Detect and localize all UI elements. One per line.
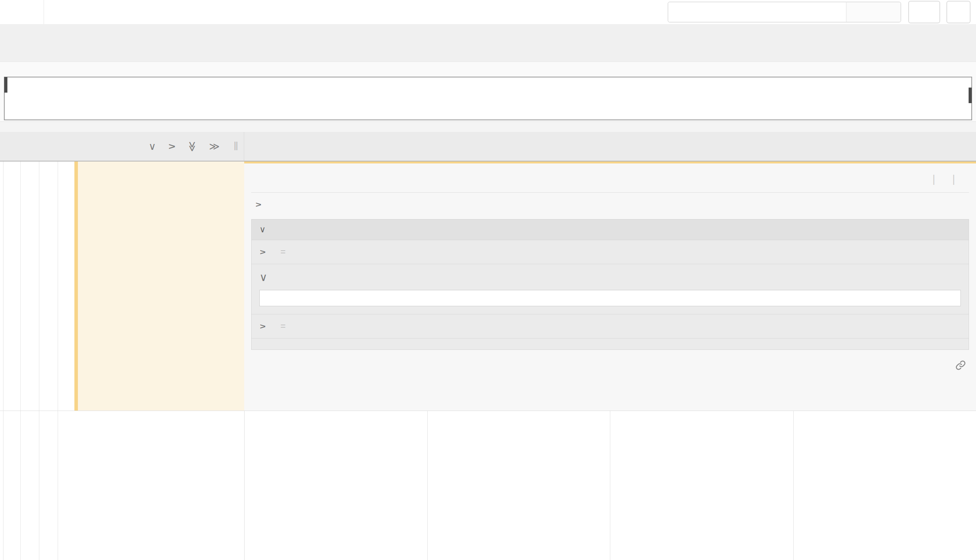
collapse-all-icon[interactable]: ≫: [186, 141, 198, 151]
timeline-ruler: [244, 132, 976, 161]
log-entry-3[interactable]: ∨ =: [252, 314, 969, 339]
chevron-down-icon: ∨: [259, 271, 268, 284]
meta-separator: |: [932, 173, 935, 185]
chevron-right-icon: ∨: [257, 249, 268, 255]
span-detail-block: | | ∨ ∨ ∨: [0, 162, 976, 411]
log-field-key: [268, 297, 366, 299]
timeline-grid-header: ∨ ∨ ≫ ≫ ‖: [0, 132, 976, 162]
find-input[interactable]: [668, 2, 846, 22]
chevron-down-icon: ∨: [259, 225, 266, 235]
trace-summary-bar: [0, 24, 976, 62]
back-button[interactable]: [0, 0, 44, 24]
overview-canvas[interactable]: [4, 77, 972, 120]
span-color-fill: [78, 162, 244, 411]
logs-section: ∨ ∨ = ∨: [251, 219, 969, 350]
span-color-bar: [74, 162, 78, 411]
left-scrubber-handle[interactable]: [4, 77, 7, 93]
find-controls: [846, 2, 900, 22]
log-entry-2-table: [259, 290, 961, 306]
chevron-right-icon: ∨: [253, 202, 263, 208]
span-rows-bottom: [0, 411, 976, 411]
detail-meta: | |: [922, 173, 965, 185]
keyboard-shortcuts-button[interactable]: [908, 1, 940, 23]
chevron-right-icon: ∨: [257, 323, 268, 330]
logs-note: [252, 339, 969, 349]
title-bar: [0, 0, 976, 24]
equals-sign: =: [280, 321, 285, 332]
meta-separator: |: [952, 173, 955, 185]
log-entry-2-header[interactable]: ∨: [252, 264, 969, 285]
right-scrubber-handle[interactable]: [969, 88, 972, 103]
timeline-overview: [0, 62, 976, 121]
collapse-one-icon[interactable]: ∨: [149, 140, 156, 153]
find-group: [668, 2, 901, 23]
span-detail-panel: | | ∨ ∨ ∨: [244, 162, 976, 411]
overview-ruler: [4, 62, 972, 77]
detail-header[interactable]: | |: [251, 163, 969, 192]
column-resize-grip[interactable]: ‖: [234, 140, 238, 153]
expand-all-icon[interactable]: ≫: [209, 140, 220, 153]
equals-sign: =: [280, 247, 285, 257]
tags-row[interactable]: ∨: [251, 193, 969, 217]
detail-left-column: [0, 162, 244, 411]
section-spacer: [0, 121, 976, 132]
collapse-controls: ∨ ∨ ≫ ≫: [149, 140, 220, 153]
span-rows-region: | | ∨ ∨ ∨: [0, 162, 976, 560]
expand-one-icon[interactable]: ∨: [166, 142, 178, 150]
log-entry-1[interactable]: ∨ =: [252, 240, 969, 264]
view-options-button[interactable]: [946, 1, 971, 23]
logs-header[interactable]: ∨: [252, 219, 969, 240]
span-id-row: [251, 354, 969, 377]
link-icon[interactable]: [955, 360, 966, 370]
grid-header-left: ∨ ∨ ≫ ≫ ‖: [0, 132, 244, 161]
